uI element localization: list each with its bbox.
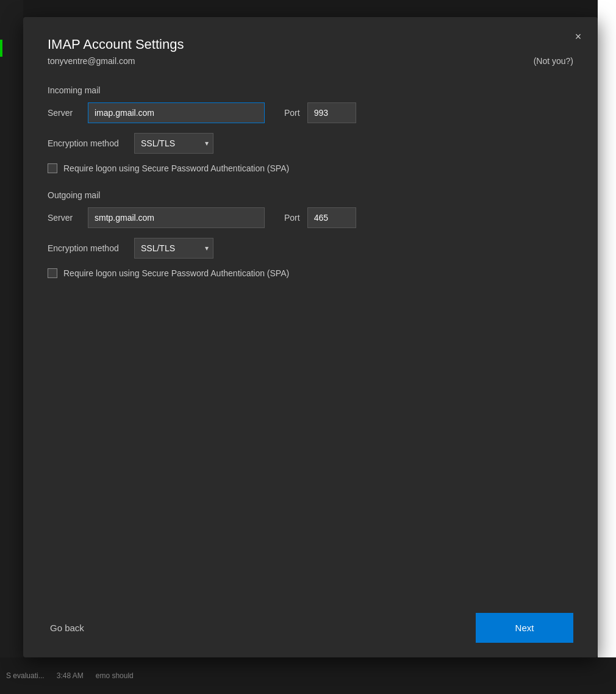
outgoing-mail-label: Outgoing mail: [48, 190, 573, 200]
outgoing-encryption-wrapper: SSL/TLS STARTTLS None ▾: [134, 238, 213, 259]
incoming-encryption-label: Encryption method: [48, 138, 127, 148]
outgoing-encryption-row: Encryption method SSL/TLS STARTTLS None …: [48, 238, 573, 259]
outgoing-server-input[interactable]: [88, 207, 265, 228]
incoming-encryption-row: Encryption method SSL/TLS STARTTLS None …: [48, 133, 573, 154]
incoming-spa-label: Require logon using Secure Password Auth…: [63, 163, 289, 173]
incoming-spa-row: Require logon using Secure Password Auth…: [48, 163, 573, 173]
outgoing-server-label: Server: [48, 213, 81, 223]
incoming-spa-checkbox[interactable]: [48, 163, 57, 173]
status-text-3: emo should: [96, 671, 134, 680]
dialog-footer: Go back Next: [23, 598, 598, 657]
right-panel: [598, 0, 616, 694]
next-button[interactable]: Next: [476, 613, 573, 643]
incoming-port-label: Port: [284, 108, 300, 118]
outgoing-spa-row: Require logon using Secure Password Auth…: [48, 268, 573, 278]
incoming-server-input[interactable]: [88, 102, 265, 123]
outgoing-encryption-select[interactable]: SSL/TLS STARTTLS None: [134, 238, 213, 259]
dialog-backdrop: × IMAP Account Settings tonyventre@gmail…: [23, 17, 598, 657]
dialog-content: × IMAP Account Settings tonyventre@gmail…: [23, 17, 598, 657]
incoming-port-input[interactable]: [307, 102, 356, 123]
outgoing-port-label: Port: [284, 213, 300, 223]
outgoing-encryption-label: Encryption method: [48, 243, 127, 253]
outgoing-spa-checkbox[interactable]: [48, 268, 57, 278]
subtitle-row: tonyventre@gmail.com (Not you?): [48, 56, 573, 66]
close-button[interactable]: ×: [568, 27, 588, 46]
status-bar: S evaluati... 3:48 AM emo should: [0, 657, 616, 694]
not-you-link[interactable]: (Not you?): [534, 56, 573, 66]
outgoing-server-row: Server Port: [48, 207, 573, 228]
go-back-button[interactable]: Go back: [48, 618, 87, 638]
dialog-email: tonyventre@gmail.com: [48, 56, 135, 66]
outgoing-port-input[interactable]: [307, 207, 356, 228]
incoming-server-label: Server: [48, 108, 81, 118]
incoming-encryption-wrapper: SSL/TLS STARTTLS None ▾: [134, 133, 213, 154]
incoming-server-row: Server Port: [48, 102, 573, 123]
status-text-1: S evaluati...: [6, 671, 45, 680]
incoming-encryption-select[interactable]: SSL/TLS STARTTLS None: [134, 133, 213, 154]
dialog-title: IMAP Account Settings: [48, 37, 573, 52]
incoming-mail-label: Incoming mail: [48, 85, 573, 95]
outgoing-spa-label: Require logon using Secure Password Auth…: [63, 268, 289, 278]
sidebar-green-bar: [0, 40, 2, 57]
status-text-2: 3:48 AM: [57, 671, 84, 680]
sidebar: [0, 0, 23, 694]
